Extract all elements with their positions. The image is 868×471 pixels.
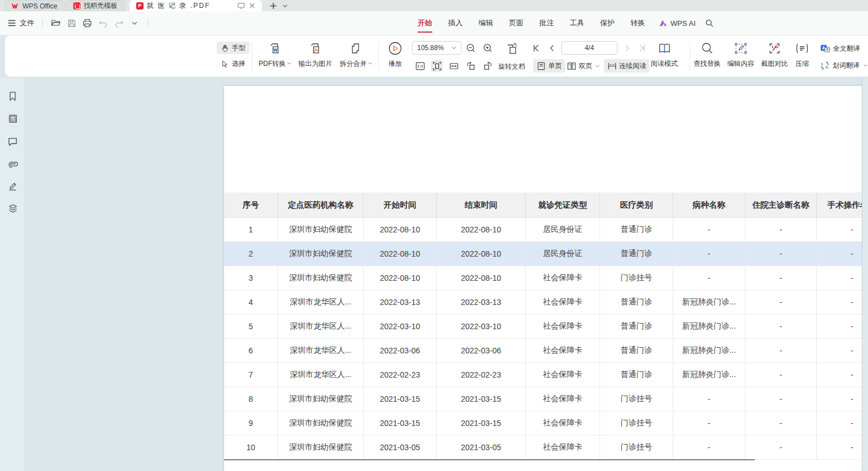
select-tool-button[interactable]: 选择 (217, 57, 249, 70)
menu-tab-insert[interactable]: 插入 (440, 11, 471, 35)
word-translate-button[interactable]: xA 划词翻译 (820, 60, 867, 70)
menu-tab-tools[interactable]: 工具 (562, 11, 592, 35)
fit-width-button[interactable] (448, 60, 460, 72)
undo-history-chevron-icon[interactable] (129, 18, 140, 28)
column-header: 结束时间 (437, 192, 526, 217)
vertical-scrollbar[interactable] (862, 78, 868, 471)
fit-page-button[interactable] (431, 60, 443, 72)
table-cell: - (817, 436, 868, 459)
previous-page-button[interactable] (545, 42, 558, 54)
column-header: 就诊凭证类型 (526, 192, 600, 217)
column-header: 序号 (224, 192, 278, 217)
split-merge-label: 拆分合并 (340, 60, 367, 68)
document-viewport[interactable]: 序号定点医药机构名称开始时间结束时间就诊凭证类型医疗类别病种名称住院主诊断名称手… (26, 78, 868, 471)
table-cell: 2022-08-10 (437, 242, 526, 266)
rotate-document-button[interactable]: 旋转文档 (498, 61, 525, 71)
export-image-button[interactable]: 输出为图片 (296, 41, 335, 69)
menu-tab-home[interactable]: 开始 (410, 11, 440, 35)
menu-tab-edit[interactable]: 编辑 (471, 11, 501, 35)
comments-panel-icon[interactable] (7, 136, 19, 147)
table-cell: - (817, 339, 868, 362)
table-cell: 6 (224, 339, 278, 362)
zoom-level-select[interactable]: 105.88% (412, 41, 462, 55)
table-cell: - (745, 436, 817, 459)
undo-icon[interactable] (98, 18, 108, 28)
table-row: 7深圳市龙华区人...2022-02-232022-02-23社会保障卡普通门诊… (224, 363, 868, 387)
page-number-input[interactable]: 4/4 (561, 41, 618, 55)
menu-tab-protect[interactable]: 保护 (592, 11, 623, 35)
table-cell: 社会保障卡 (526, 266, 600, 290)
split-merge-button[interactable]: 拆分合并 (336, 41, 375, 69)
edit-content-label: 编辑内容 (727, 60, 754, 68)
table-cell: 2022-02-23 (437, 363, 526, 387)
divider (42, 19, 43, 28)
actual-size-button[interactable] (414, 60, 426, 72)
single-page-button[interactable]: 单页 (533, 59, 565, 73)
first-page-button[interactable] (530, 42, 542, 54)
zoom-out-button[interactable] (464, 42, 477, 54)
menu-search-icon[interactable] (705, 19, 714, 28)
table-cell: 5 (224, 315, 278, 338)
layers-panel-icon[interactable] (7, 202, 19, 214)
thumbnails-panel-icon[interactable] (7, 113, 19, 124)
read-mode-button[interactable]: 阅读模式 (646, 41, 683, 69)
rotate-left-button[interactable] (464, 60, 477, 72)
screenshot-compare-icon (768, 42, 781, 55)
compress-button[interactable]: 压缩 (786, 41, 818, 69)
table-cell: 新冠肺炎门诊... (673, 290, 745, 314)
cursor-arrow-icon (221, 60, 229, 68)
table-cell: 2022-03-06 (437, 339, 526, 362)
find-replace-label: 查找替换 (693, 60, 721, 68)
table-cell: - (745, 315, 817, 338)
table-cell: 社会保障卡 (526, 339, 600, 362)
tab-wps-office[interactable]: WPS Office (5, 0, 65, 11)
play-button[interactable]: 播放 (377, 41, 414, 69)
save-icon[interactable] (66, 18, 77, 28)
divider (252, 42, 252, 70)
new-tab-plus-icon[interactable] (270, 2, 277, 10)
menu-tab-convert[interactable]: 转换 (623, 11, 653, 35)
chevron-down-icon (368, 61, 372, 65)
table-cell: 门诊挂号 (600, 266, 673, 290)
hamburger-icon (7, 18, 17, 28)
annotation-pen-icon[interactable] (7, 180, 19, 191)
hand-tool-button[interactable]: 手型 (217, 42, 249, 54)
double-page-button[interactable]: 双页 (563, 59, 603, 73)
menu-tab-annotate[interactable]: 批注 (531, 11, 562, 35)
column-header: 医疗类别 (600, 192, 673, 217)
pdf-convert-button[interactable]: PDF转换 (255, 41, 294, 69)
table-cell: - (745, 242, 817, 266)
medical-records-table: 序号定点医药机构名称开始时间结束时间就诊凭证类型医疗类别病种名称住院主诊断名称手… (224, 192, 868, 460)
bookmarks-panel-icon[interactable] (7, 90, 19, 102)
single-page-icon (536, 61, 546, 71)
attachments-panel-icon[interactable] (7, 158, 19, 169)
replace-pages-button[interactable] (504, 41, 521, 56)
wps-ai-button[interactable]: WPS AI (653, 19, 701, 28)
print-icon[interactable] (82, 18, 92, 28)
docer-logo-icon (73, 2, 80, 10)
split-merge-icon (349, 42, 363, 55)
table-cell: 深圳市妇幼保健院 (278, 266, 364, 290)
continuous-reading-button[interactable]: 连续阅读 (604, 59, 650, 73)
tab-docer-templates[interactable]: 找稻壳模板 (66, 0, 125, 11)
redo-icon[interactable] (114, 18, 124, 28)
export-image-label: 输出为图片 (298, 60, 332, 68)
tab-list-chevron-icon[interactable] (283, 3, 288, 8)
zoom-in-button[interactable] (481, 42, 494, 54)
full-text-translate-button[interactable]: 全文翻译 (820, 43, 860, 53)
monitor-icon[interactable] (238, 3, 245, 9)
chevron-down-icon (451, 46, 457, 50)
tab-document-pdf[interactable]: P 就 医 记 录 .PDF (129, 0, 262, 11)
open-folder-icon[interactable] (51, 18, 61, 28)
play-label: 播放 (388, 60, 402, 68)
table-cell: 社会保障卡 (526, 436, 600, 459)
rotate-right-button[interactable] (481, 60, 494, 72)
menu-tab-page[interactable]: 页面 (501, 11, 531, 35)
table-cell: 2 (224, 242, 278, 266)
next-page-button[interactable] (621, 42, 633, 54)
table-cell: 2022-03-10 (364, 315, 437, 338)
wps-ai-logo-icon (659, 19, 668, 27)
file-menu-button[interactable]: 文件 (7, 18, 34, 28)
close-tab-icon[interactable] (249, 3, 255, 8)
pdf-convert-icon (268, 42, 281, 55)
